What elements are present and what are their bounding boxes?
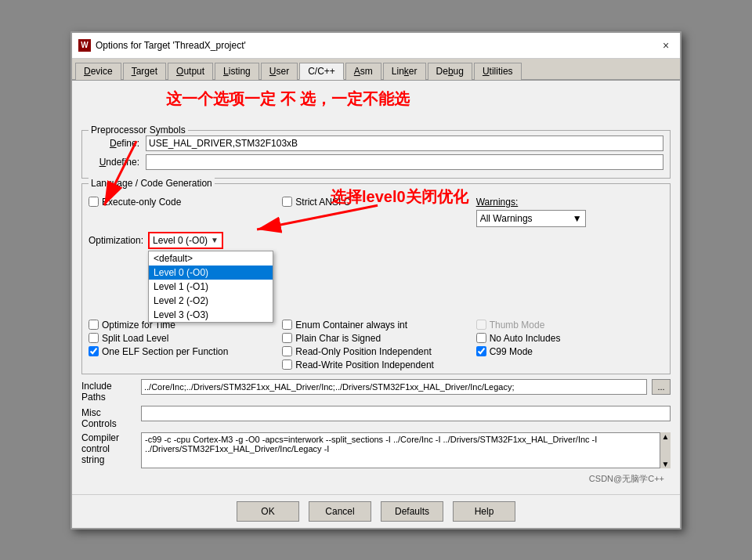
annotation-top: 这一个选项一定 不 选，一定不能选	[166, 89, 410, 110]
misc-controls-section: MiscControls	[81, 406, 671, 429]
include-paths-browse-button[interactable]: ...	[652, 379, 671, 395]
preprocessor-section: Preprocessor Symbols Define: Undefine:	[81, 130, 671, 179]
split-load-row: Split Load Level	[89, 333, 276, 344]
dropdown-item-default[interactable]: <default>	[149, 251, 273, 266]
help-button[interactable]: Help	[453, 501, 515, 522]
enum-container-checkbox[interactable]	[282, 320, 292, 330]
content-area: 这一个选项一定 不 选，一定不能选 选择level0关闭优化 Preproces…	[72, 81, 680, 494]
tab-linker[interactable]: Linker	[383, 63, 426, 80]
one-elf-checkbox[interactable]	[89, 346, 99, 356]
scroll-up-icon[interactable]: ▲	[662, 432, 670, 441]
thumb-mode-checkbox[interactable]	[476, 320, 486, 330]
split-load-label: Split Load Level	[102, 333, 168, 344]
language-label: Language / Code Generation	[89, 178, 215, 189]
ok-button[interactable]: OK	[237, 501, 299, 522]
compiler-control-value: -c99 -c -cpu Cortex-M3 -g -O0 -apcs=inte…	[145, 435, 597, 453]
execute-only-label: Execute-only Code	[102, 197, 181, 208]
tab-asm[interactable]: Asm	[345, 63, 381, 80]
tab-user[interactable]: User	[261, 63, 298, 80]
undefine-label: Undefine:	[89, 157, 139, 168]
optimization-label: Optimization:	[89, 235, 143, 246]
compiler-control-label: Compilercontrolstring	[81, 432, 136, 465]
app-icon: W	[78, 39, 91, 52]
optimization-dropdown[interactable]: Level 0 (-O0) ▼	[148, 232, 223, 249]
split-load-checkbox[interactable]	[89, 333, 99, 343]
include-paths-label: IncludePaths	[81, 379, 136, 403]
no-auto-includes-checkbox[interactable]	[476, 333, 486, 343]
tab-output[interactable]: Output	[168, 63, 213, 80]
optimize-time-checkbox[interactable]	[89, 320, 99, 330]
define-label: Define:	[89, 138, 139, 149]
strict-ansi-checkbox[interactable]	[282, 197, 292, 207]
thumb-mode-label: Thumb Mode	[490, 320, 545, 331]
readonly-pos-checkbox[interactable]	[282, 346, 292, 356]
misc-controls-input[interactable]	[141, 406, 671, 421]
button-row: OK Cancel Defaults Help	[72, 494, 680, 528]
warnings-label: Warnings:	[476, 197, 663, 208]
preprocessor-label: Preprocessor Symbols	[89, 125, 188, 135]
strict-ansi-row: Strict ANSI C	[282, 197, 469, 208]
compiler-control-section: Compilercontrolstring -c99 -c -cpu Corte…	[81, 432, 671, 468]
define-row: Define:	[89, 135, 663, 151]
optimization-value: Level 0 (-O0)	[153, 235, 208, 246]
titlebar-title: Options for Target 'ThreadX_project'	[96, 40, 246, 51]
no-auto-includes-label: No Auto Includes	[490, 333, 561, 344]
readonly-pos-label: Read-Only Position Independent	[295, 346, 431, 357]
warnings-value: All Warnings	[480, 213, 533, 224]
one-elf-row: One ELF Section per Function	[89, 346, 276, 357]
readwrite-pos-row: Read-Write Position Independent	[282, 359, 469, 370]
tab-utilities[interactable]: Utilities	[474, 63, 522, 80]
titlebar-left: W Options for Target 'ThreadX_project'	[78, 39, 246, 52]
c99-mode-row: C99 Mode	[476, 346, 663, 357]
dropdown-item-level2[interactable]: Level 2 (-O2)	[149, 294, 273, 308]
tab-cpp[interactable]: C/C++	[299, 63, 344, 80]
one-elf-label: One ELF Section per Function	[102, 346, 228, 357]
c99-mode-label: C99 Mode	[490, 346, 533, 357]
plain-char-checkbox[interactable]	[282, 333, 292, 343]
dropdown-item-level3[interactable]: Level 3 (-O3)	[149, 308, 273, 322]
execute-only-row: Execute-only Code	[89, 197, 276, 208]
undefine-row: Undefine:	[89, 154, 663, 170]
warnings-dropdown-arrow: ▼	[573, 213, 582, 224]
readwrite-pos-checkbox[interactable]	[282, 359, 292, 370]
optimization-dropdown-list[interactable]: <default> Level 0 (-O0) Level 1 (-O1) Le…	[148, 251, 273, 323]
optimization-row: Optimization: Level 0 (-O0) ▼ <default> …	[89, 232, 663, 249]
main-dialog: W Options for Target 'ThreadX_project' ×…	[70, 31, 682, 529]
compiler-control-text: -c99 -c -cpu Cortex-M3 -g -O0 -apcs=inte…	[141, 432, 671, 468]
titlebar: W Options for Target 'ThreadX_project' ×	[72, 33, 680, 59]
misc-controls-label: MiscControls	[81, 406, 136, 429]
include-paths-section: IncludePaths ...	[81, 379, 671, 403]
optimization-select-wrapper: Level 0 (-O0) ▼ <default> Level 0 (-O0) …	[148, 232, 223, 249]
plain-char-label: Plain Char is Signed	[295, 333, 381, 344]
execute-only-checkbox[interactable]	[89, 197, 99, 207]
tab-debug[interactable]: Debug	[428, 63, 472, 80]
compiler-control-scrollbar[interactable]: ▲ ▼	[660, 432, 671, 468]
warnings-dropdown[interactable]: All Warnings ▼	[476, 210, 586, 227]
dropdown-arrow-icon: ▼	[211, 236, 219, 244]
watermark: CSDN@无脑学C++	[81, 471, 671, 488]
tab-target[interactable]: Target	[123, 63, 166, 80]
enum-container-label: Enum Container always int	[295, 320, 407, 331]
no-auto-includes-row: No Auto Includes	[476, 333, 663, 344]
c99-mode-checkbox[interactable]	[476, 346, 486, 356]
plain-char-row: Plain Char is Signed	[282, 333, 469, 344]
defaults-button[interactable]: Defaults	[381, 501, 443, 522]
include-paths-input[interactable]	[141, 379, 647, 395]
tab-bar: Device Target Output Listing User C/C++ …	[72, 59, 680, 81]
dropdown-item-level0[interactable]: Level 0 (-O0)	[149, 266, 273, 280]
dropdown-item-level1[interactable]: Level 1 (-O1)	[149, 280, 273, 294]
tab-device[interactable]: Device	[75, 63, 121, 80]
enum-container-row: Enum Container always int	[282, 320, 469, 331]
strict-ansi-label: Strict ANSI C	[295, 197, 350, 208]
thumb-mode-row: Thumb Mode	[476, 320, 663, 331]
define-input[interactable]	[146, 135, 663, 151]
readwrite-pos-label: Read-Write Position Independent	[295, 359, 434, 370]
undefine-input[interactable]	[146, 154, 663, 170]
close-button[interactable]: ×	[658, 38, 674, 53]
tab-listing[interactable]: Listing	[215, 63, 259, 80]
language-section: Language / Code Generation Execute-only …	[81, 183, 671, 374]
cancel-button[interactable]: Cancel	[309, 501, 371, 522]
scroll-down-icon[interactable]: ▼	[662, 460, 670, 468]
readonly-pos-row: Read-Only Position Independent	[282, 346, 469, 357]
